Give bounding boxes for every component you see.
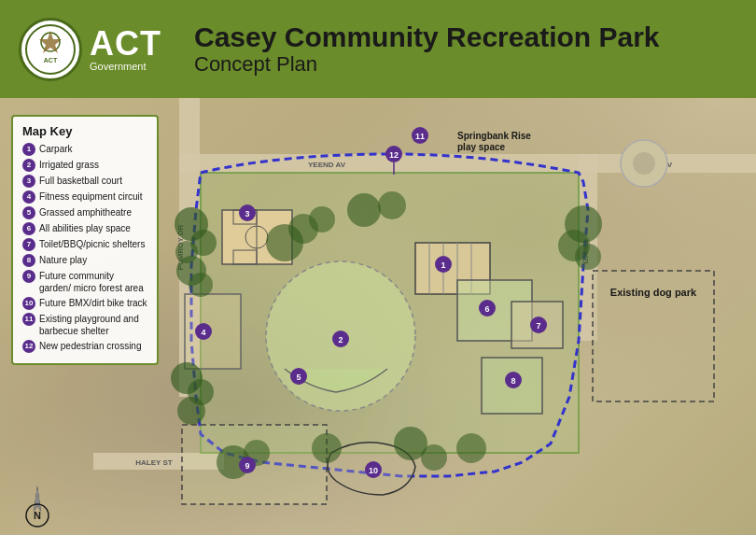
svg-point-53 [312, 433, 342, 463]
act-logo: ACT [19, 18, 82, 81]
map-key-title: Map Key [22, 124, 147, 138]
svg-text:3: 3 [245, 209, 249, 218]
svg-point-55 [421, 444, 447, 471]
svg-text:N: N [34, 510, 41, 521]
logo-area: ACT ACT Government [19, 18, 177, 81]
key-item-7: 7 Toilet/BBQ/picnic shelters [22, 238, 147, 251]
key-label-9: Future community garden/ micro forest ar… [39, 270, 147, 294]
key-num-3: 3 [22, 175, 35, 188]
svg-text:12: 12 [389, 150, 399, 160]
key-label-7: Toilet/BBQ/picnic shelters [39, 238, 145, 250]
key-label-5: Grassed amphitheatre [39, 206, 132, 218]
svg-text:4: 4 [201, 328, 205, 337]
svg-text:HALEY ST: HALEY ST [135, 458, 173, 467]
svg-text:1: 1 [441, 260, 445, 270]
key-num-7: 7 [22, 238, 35, 251]
svg-point-42 [177, 397, 205, 425]
svg-point-39 [189, 273, 213, 297]
svg-rect-34 [185, 294, 241, 369]
map-container: PUMROY DR YEEND AV YEEND AV GAINE HALEY … [0, 98, 756, 535]
act-text: ACT Government [90, 27, 161, 72]
page-subtitle: Concept Plan [194, 52, 660, 77]
key-item-5: 5 Grassed amphitheatre [22, 206, 147, 219]
government-label: Government [90, 61, 161, 72]
page-title: Casey Community Recreation Park [194, 21, 660, 52]
key-label-11: Existing playground and barbecue shelter [39, 313, 147, 337]
svg-text:5: 5 [296, 373, 301, 382]
key-num-1: 1 [22, 143, 35, 156]
key-item-3: 3 Full basketball court [22, 175, 147, 188]
act-label: ACT [90, 27, 161, 61]
key-num-4: 4 [22, 190, 35, 204]
key-item-1: 1 Carpark [22, 143, 147, 156]
svg-text:play space: play space [457, 142, 506, 152]
key-label-1: Carpark [39, 143, 73, 155]
svg-text:6: 6 [484, 304, 489, 314]
key-item-8: 8 Nature play [22, 254, 147, 267]
key-item-9: 9 Future community garden/ micro forest … [22, 270, 147, 294]
svg-text:Springbank Rise: Springbank Rise [457, 131, 531, 141]
svg-text:7: 7 [536, 321, 540, 331]
key-num-12: 12 [22, 340, 35, 353]
key-item-4: 4 Fitness equipment circuit [22, 190, 147, 204]
key-item-6: 6 All abilities play space [22, 222, 147, 235]
key-item-10: 10 Future BMX/dirt bike track [22, 297, 147, 310]
key-label-4: Fitness equipment circuit [39, 190, 143, 203]
key-num-10: 10 [22, 297, 35, 310]
key-num-6: 6 [22, 222, 35, 235]
svg-text:YEEND AV: YEEND AV [308, 161, 346, 169]
svg-text:ACT: ACT [44, 57, 58, 63]
svg-text:9: 9 [245, 461, 249, 471]
header: ACT ACT Government Casey Community Recre… [0, 0, 756, 98]
svg-text:2: 2 [338, 335, 343, 345]
key-label-2: Irrigated grass [39, 159, 99, 171]
key-item-12: 12 New pedestrian crossing [22, 340, 147, 353]
key-num-5: 5 [22, 206, 35, 219]
key-item-2: 2 Irrigated grass [22, 159, 147, 172]
map-key: Map Key 1 Carpark 2 Irrigated grass 3 Fu… [11, 115, 159, 365]
title-area: Casey Community Recreation Park Concept … [194, 21, 660, 77]
svg-point-50 [575, 244, 601, 270]
key-item-11: 11 Existing playground and barbecue shel… [22, 313, 147, 337]
key-num-8: 8 [22, 254, 35, 267]
key-label-3: Full basketball court [39, 175, 122, 187]
svg-point-45 [309, 206, 335, 232]
key-num-9: 9 [22, 270, 35, 283]
key-num-11: 11 [22, 313, 35, 326]
svg-text:8: 8 [511, 376, 515, 386]
svg-text:11: 11 [415, 132, 425, 141]
key-label-12: New pedestrian crossing [39, 340, 142, 352]
svg-text:Existing dog park: Existing dog park [610, 287, 697, 298]
svg-point-56 [456, 433, 486, 463]
key-label-6: All abilities play space [39, 222, 131, 234]
svg-point-46 [347, 193, 381, 227]
key-num-2: 2 [22, 159, 35, 172]
svg-point-16 [633, 152, 655, 175]
key-label-10: Future BMX/dirt bike track [39, 297, 147, 309]
key-label-8: Nature play [39, 254, 87, 266]
svg-text:10: 10 [369, 466, 378, 475]
svg-point-47 [378, 191, 406, 219]
